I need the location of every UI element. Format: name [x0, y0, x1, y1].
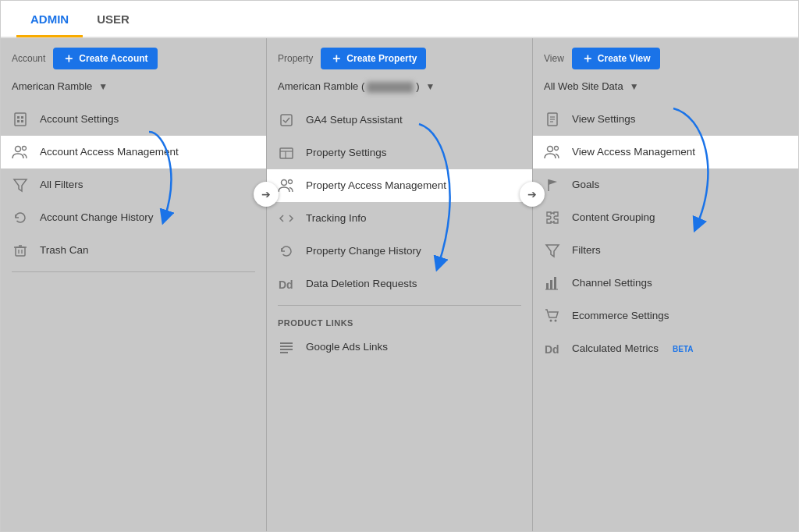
view-menu-list: View Settings View Access Management Goa… [533, 100, 798, 532]
ecommerce-settings-label: Ecommerce Settings [572, 309, 669, 323]
menu-item-calculated-metrics[interactable]: Dd Calculated Metrics BETA [533, 332, 798, 365]
dd-icon-property: Dd [278, 275, 295, 293]
account-next-arrow[interactable]: ➔ [254, 182, 279, 207]
account-header: Account ＋ Create Account [1, 38, 266, 77]
tracking-info-label: Tracking Info [306, 211, 367, 225]
svg-point-28 [548, 147, 553, 152]
view-column: View ＋ Create View All Web Site Data ▼ V… [533, 38, 798, 532]
create-view-label: Create View [598, 53, 651, 64]
tab-user[interactable]: USER [83, 2, 144, 37]
history-icon-account [12, 209, 29, 226]
divider-account [12, 271, 255, 272]
svg-point-5 [16, 147, 21, 152]
menu-item-all-filters[interactable]: All Filters [1, 168, 266, 201]
blurred-property-name [367, 82, 414, 93]
filters-label: Filters [572, 243, 601, 257]
view-access-management-label: View Access Management [572, 145, 695, 159]
svg-rect-2 [21, 116, 23, 119]
property-dropdown-row: American Ramble () ▼ [267, 77, 532, 101]
view-label: View [544, 53, 564, 64]
svg-rect-20 [280, 342, 293, 344]
svg-rect-13 [281, 115, 292, 126]
create-account-label: Create Account [79, 53, 147, 64]
property-change-history-label: Property Change History [306, 244, 421, 258]
property-access-management-label: Property Access Management [306, 179, 446, 193]
create-property-button[interactable]: ＋ Create Property [321, 48, 426, 69]
plus-icon-property: ＋ [330, 52, 343, 65]
property-dropdown-arrow[interactable]: ▼ [426, 81, 435, 92]
data-deletion-label: Data Deletion Requests [306, 277, 417, 291]
view-header: View ＋ Create View [533, 38, 798, 77]
menu-item-filters-view[interactable]: Filters [533, 234, 798, 267]
svg-point-18 [289, 179, 293, 183]
svg-marker-31 [546, 245, 559, 257]
menu-item-trash-can[interactable]: Trash Can [1, 234, 266, 267]
svg-rect-33 [550, 280, 552, 289]
svg-rect-32 [546, 283, 549, 289]
menu-item-goals[interactable]: Goals [533, 168, 798, 201]
svg-rect-14 [280, 148, 293, 158]
users-icon-view [544, 144, 561, 161]
filter-icon-account [12, 176, 29, 193]
menu-item-property-change-history[interactable]: Property Change History [267, 235, 532, 268]
menu-item-data-deletion[interactable]: Dd Data Deletion Requests [267, 268, 532, 300]
product-links-section: PRODUCT LINKS [267, 310, 532, 331]
svg-point-17 [282, 179, 287, 185]
menu-item-google-ads[interactable]: Google Ads Links [267, 331, 532, 364]
users-icon-property [278, 177, 295, 194]
menu-item-channel-settings[interactable]: Channel Settings [533, 267, 798, 300]
calculated-metrics-label: Calculated Metrics [572, 342, 659, 356]
property-menu-list: GA4 Setup Assistant Property Settings Pr… [267, 101, 532, 532]
svg-point-6 [23, 147, 27, 151]
tab-admin[interactable]: ADMIN [16, 2, 83, 37]
ga4-setup-label: GA4 Setup Assistant [306, 113, 403, 127]
goals-label: Goals [572, 178, 599, 192]
svg-text:Dd: Dd [279, 278, 293, 291]
account-dropdown-arrow[interactable]: ▼ [98, 81, 108, 92]
menu-item-property-settings[interactable]: Property Settings [267, 137, 532, 169]
create-view-button[interactable]: ＋ Create View [572, 48, 660, 69]
menu-item-ecommerce-settings[interactable]: Ecommerce Settings [533, 300, 798, 332]
property-column: Property ＋ Create Property American Ramb… [267, 38, 533, 532]
main-area: Account ＋ Create Account American Ramble… [1, 38, 798, 532]
svg-rect-4 [21, 120, 23, 122]
menu-item-ga4-setup[interactable]: GA4 Setup Assistant [267, 104, 532, 137]
plus-icon: ＋ [62, 52, 75, 65]
plus-icon-view: ＋ [581, 52, 594, 65]
history-icon-property [278, 243, 295, 260]
menu-item-account-change-history[interactable]: Account Change History [1, 201, 266, 234]
property-next-arrow[interactable]: ➔ [520, 182, 545, 207]
menu-item-property-access-management[interactable]: Property Access Management [267, 169, 532, 202]
account-column: Account ＋ Create Account American Ramble… [1, 38, 267, 532]
svg-rect-1 [17, 116, 20, 119]
svg-rect-22 [280, 349, 293, 350]
window-icon [278, 144, 295, 161]
svg-point-29 [555, 147, 559, 151]
view-dropdown-arrow[interactable]: ▼ [630, 81, 639, 92]
account-dropdown-text: American Ramble [12, 80, 92, 92]
google-ads-label: Google Ads Links [306, 340, 388, 354]
puzzle-icon [544, 209, 561, 226]
account-label: Account [12, 53, 45, 64]
account-dropdown-row: American Ramble ▼ [1, 77, 266, 100]
create-property-label: Create Property [346, 53, 417, 64]
content-grouping-label: Content Grouping [572, 211, 655, 225]
svg-point-36 [550, 320, 552, 322]
building-icon [12, 111, 29, 128]
menu-item-account-access-management[interactable]: Account Access Management [1, 136, 266, 168]
property-label: Property [278, 53, 313, 64]
menu-item-content-grouping[interactable]: Content Grouping [533, 201, 798, 234]
channel-settings-label: Channel Settings [572, 276, 652, 290]
trash-can-label: Trash Can [40, 243, 89, 257]
menu-item-tracking-info[interactable]: Tracking Info [267, 202, 532, 235]
trash-icon [12, 242, 29, 259]
menu-item-view-access-management[interactable]: View Access Management [533, 136, 798, 168]
divider-property [278, 305, 521, 306]
lines-icon [278, 339, 295, 356]
menu-item-view-settings[interactable]: View Settings [533, 103, 798, 136]
filter-icon-view [544, 242, 561, 259]
menu-item-account-settings[interactable]: Account Settings [1, 103, 266, 136]
account-change-history-label: Account Change History [40, 211, 154, 225]
create-account-button[interactable]: ＋ Create Account [53, 48, 157, 69]
doc-icon [544, 111, 561, 128]
